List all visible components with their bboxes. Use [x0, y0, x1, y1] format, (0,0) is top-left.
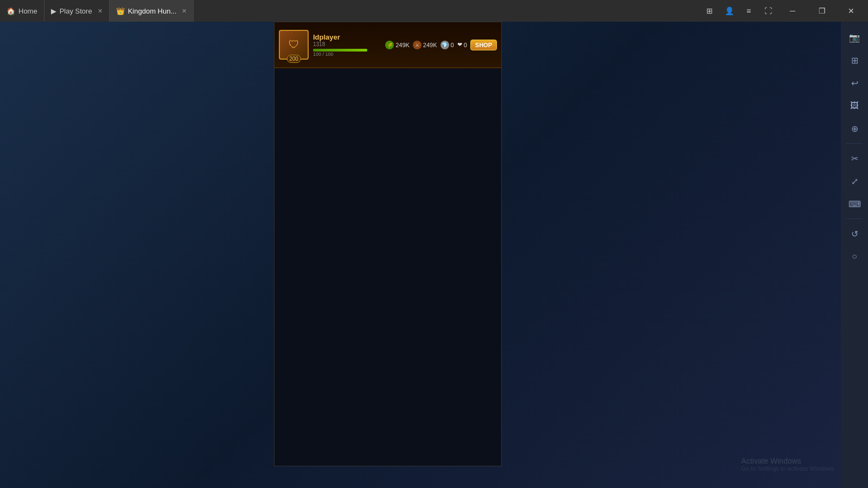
player-avatar[interactable]: 🛡 200 — [279, 30, 309, 60]
special-icon: 💎 — [441, 41, 449, 49]
tab-close-kingdom[interactable]: ✕ — [182, 8, 187, 15]
watermark-title: Activate Windows — [741, 457, 835, 465]
home-icon: 🏠 — [7, 7, 15, 15]
sidebar-plus-icon[interactable]: ⊕ — [844, 118, 865, 139]
restore-button[interactable]: ❐ — [809, 0, 834, 22]
special-amount: 0 — [451, 42, 454, 48]
sidebar-keyboard-icon[interactable]: ⌨ — [844, 194, 865, 214]
sidebar-circle-icon[interactable]: ○ — [844, 246, 865, 267]
sidebar-divider-2 — [846, 219, 863, 219]
resources: 🌾 249K ⚔ 249K 💎 0 ❤ 0 SHOP — [385, 40, 497, 50]
avatar-icon: 🛡 — [289, 38, 299, 51]
sidebar-undo-icon[interactable]: ↺ — [844, 223, 865, 244]
sidebar-expand-icon[interactable]: ⤢ — [844, 171, 865, 191]
kingdom-icon: 👑 — [116, 7, 125, 15]
wood-resource: ⚔ 249K — [413, 41, 437, 49]
player-name: Idplayer — [313, 33, 385, 41]
minimize-button[interactable]: ─ — [780, 0, 805, 22]
watermark-subtitle: Go to Settings to activate Windows. — [741, 465, 835, 472]
sidebar-back-icon[interactable]: ↩ — [844, 73, 865, 93]
player-level: 200 — [286, 55, 301, 63]
taskbar: 🏠 Home ▶ Play Store ✕ 👑 Kingdom Hun... ✕… — [0, 0, 868, 22]
apps-icon[interactable]: ⊞ — [702, 3, 717, 18]
watermark: Activate Windows Go to Settings to activ… — [741, 457, 835, 472]
sidebar-cut-icon[interactable]: ✂ — [844, 148, 865, 169]
shop-button[interactable]: SHOP — [470, 40, 497, 50]
hearts-amount: 0 — [464, 42, 467, 48]
screen-icon[interactable]: ⛶ — [761, 3, 776, 18]
food-resource: 🌾 249K — [385, 41, 410, 49]
food-amount: 249K — [395, 42, 410, 48]
game-header: 🛡 200 Idplayer 1318 100 / 100 🌾 249K ⚔ 2… — [275, 22, 501, 68]
sidebar-screenshot-icon[interactable]: 📷 — [844, 27, 865, 48]
wood-icon: ⚔ — [413, 41, 422, 49]
special-resource: 💎 0 — [441, 41, 454, 49]
sidebar-grid-icon[interactable]: ⊞ — [844, 50, 865, 70]
wood-amount: 249K — [423, 42, 437, 48]
game-window: 🛡 200 Idplayer 1318 100 / 100 🌾 249K ⚔ 2… — [274, 22, 502, 466]
food-icon: 🌾 — [385, 41, 394, 49]
playstore-icon: ▶ — [51, 7, 56, 15]
tab-playstore[interactable]: ▶ Play Store ✕ — [44, 0, 110, 22]
sidebar-divider-1 — [846, 143, 863, 144]
player-info: Idplayer 1318 100 / 100 — [313, 33, 385, 57]
tab-close-playstore[interactable]: ✕ — [98, 8, 103, 15]
hearts-icon: ❤ — [457, 41, 462, 48]
menu-icon[interactable]: ≡ — [741, 3, 756, 18]
taskbar-controls: ⊞ 👤 ≡ ⛶ ─ ❐ ✕ — [702, 0, 868, 22]
close-button[interactable]: ✕ — [839, 0, 864, 22]
user-icon[interactable]: 👤 — [722, 3, 737, 18]
right-sidebar: 📷 ⊞ ↩ 🖼 ⊕ ✂ ⤢ ⌨ ↺ ○ — [841, 22, 868, 488]
player-kingdom: 1318 — [313, 41, 385, 47]
sidebar-picture-icon[interactable]: 🖼 — [844, 95, 865, 116]
tab-kingdom[interactable]: 👑 Kingdom Hun... ✕ — [110, 0, 194, 22]
exp-text: 100 / 100 — [313, 52, 385, 57]
hearts-resource: ❤ 0 — [457, 41, 467, 48]
tab-home[interactable]: 🏠 Home — [0, 0, 44, 22]
